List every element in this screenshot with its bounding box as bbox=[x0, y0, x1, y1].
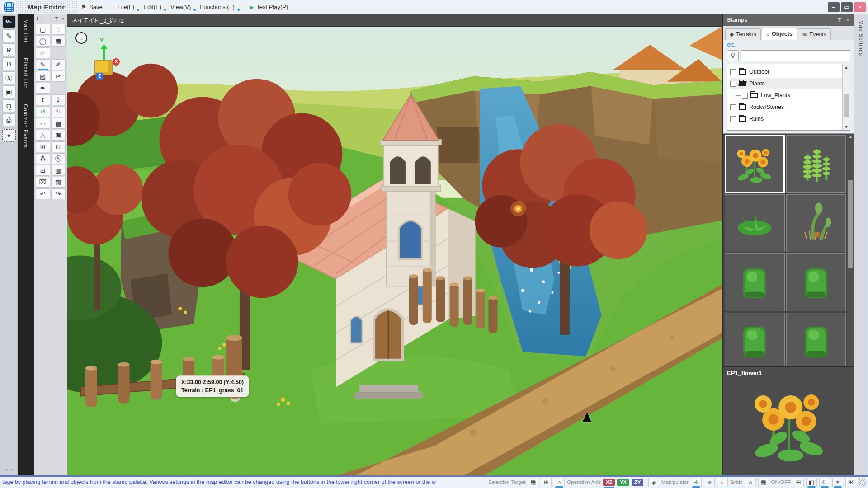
grid-icon[interactable]: ▦ bbox=[758, 478, 769, 487]
menu-file[interactable]: File(F) bbox=[113, 2, 139, 12]
checkbox[interactable] bbox=[730, 81, 736, 87]
tool-brush[interactable]: ✐ bbox=[51, 59, 66, 70]
checkbox[interactable] bbox=[730, 69, 736, 75]
viewport[interactable]: ネイテイ村_2_途中2 bbox=[67, 14, 723, 475]
tool-lasso-select[interactable]: ◯ bbox=[36, 36, 50, 47]
tool-ramp[interactable]: △ bbox=[36, 130, 50, 141]
invader-icon[interactable]: Ж bbox=[845, 478, 856, 487]
tool-slope[interactable]: ▱ bbox=[36, 118, 50, 129]
tool-redo[interactable]: ↷ bbox=[51, 188, 66, 199]
tool-poly-select[interactable]: ◌ bbox=[51, 24, 66, 35]
tool-paste[interactable]: ▧ bbox=[51, 177, 66, 188]
tool-undo[interactable]: ↶ bbox=[36, 188, 50, 199]
stamp-grid-scrollbar[interactable]: ▲ bbox=[847, 134, 854, 366]
resize-grip[interactable] bbox=[859, 479, 866, 486]
tool-rect-select[interactable]: ▢ bbox=[36, 24, 50, 35]
tree-item-low-plants[interactable]: Low_Plants bbox=[730, 89, 842, 101]
scroll-thumb[interactable] bbox=[844, 94, 849, 117]
checkbox[interactable] bbox=[742, 93, 748, 99]
test-play-button[interactable]: ▶ Test Play(P) bbox=[245, 2, 292, 12]
scroll-up-icon[interactable]: ▲ bbox=[849, 134, 853, 140]
night-lighting-icon[interactable]: ☾ bbox=[819, 478, 830, 487]
snap-magnet-icon[interactable]: ∩ bbox=[745, 478, 756, 487]
tool-rotate-cw[interactable]: ↻ bbox=[51, 106, 66, 117]
scroll-left-button[interactable]: ‹ bbox=[6, 467, 7, 473]
menu-edit[interactable]: Edit(E) bbox=[139, 2, 166, 12]
tool-pencil[interactable]: ✎ bbox=[36, 59, 50, 70]
grid-type-icon[interactable]: ⊞ bbox=[793, 478, 804, 487]
stamp-cell-yellow-flower-cluster[interactable] bbox=[725, 135, 785, 193]
axis-gizmo[interactable]: Y X Z bbox=[87, 45, 125, 86]
box-mode-icon[interactable]: ◈ bbox=[648, 478, 659, 487]
select-terrain-icon[interactable]: ▦ bbox=[528, 478, 538, 487]
tool-delete[interactable]: ⌧ bbox=[36, 177, 50, 188]
scroll-down-icon[interactable]: ▼ bbox=[844, 124, 849, 130]
close-icon[interactable]: × bbox=[845, 17, 850, 23]
filter-icon[interactable]: ∇ bbox=[727, 50, 739, 61]
effects-icon[interactable]: ✶ bbox=[832, 478, 843, 487]
tool-box-stamp[interactable]: ▣ bbox=[51, 130, 66, 141]
tab-events[interactable]: ✉ Events bbox=[798, 28, 831, 40]
scroll-right-button[interactable]: › bbox=[11, 467, 12, 473]
sprites-icon[interactable]: Ⓢ bbox=[2, 71, 16, 84]
axis-yx-button[interactable]: YX bbox=[617, 479, 629, 486]
terrain-visibility-icon[interactable]: ◧ bbox=[806, 478, 817, 487]
scale-manipulator-icon[interactable]: ↔ bbox=[717, 478, 728, 487]
tool-page[interactable]: ⊡ bbox=[36, 165, 50, 176]
stamp-cell-green-bush[interactable] bbox=[725, 253, 785, 311]
tree-scrollbar[interactable]: ▲ ▼ bbox=[842, 64, 850, 130]
camera-search-icon[interactable]: Q bbox=[2, 99, 16, 112]
scene-area[interactable]: ≡ Y X Z X:33.00 Z:59.00 (Y:4.50) Terrain… bbox=[67, 27, 722, 475]
pin-icon[interactable]: ⊤ bbox=[836, 17, 843, 23]
tool-copy-stamp[interactable]: ⊞ bbox=[36, 141, 50, 152]
stamp-cell-green-bush[interactable] bbox=[725, 313, 785, 366]
tab-common-events[interactable]: Common Events bbox=[23, 102, 28, 150]
tree-item-plants[interactable]: Plants bbox=[730, 78, 842, 89]
stamp-cell-green-bush[interactable] bbox=[786, 313, 846, 366]
rotate-manipulator-icon[interactable]: ⊕ bbox=[704, 478, 715, 487]
export-icon[interactable]: ⎙ bbox=[2, 113, 16, 126]
display-icon[interactable]: ▣ bbox=[2, 85, 16, 98]
tool-bundle[interactable]: ▥ bbox=[51, 165, 66, 176]
tab-terrains[interactable]: ◆ Terrains bbox=[725, 28, 761, 40]
tool-terrain-picker[interactable]: ✒ bbox=[36, 83, 50, 94]
resources-icon[interactable]: R bbox=[2, 43, 16, 56]
axis-xz-button[interactable]: XZ bbox=[603, 479, 615, 486]
database-icon[interactable]: D bbox=[2, 57, 16, 70]
stamp-cell-green-seed-stalks[interactable] bbox=[786, 135, 846, 193]
tree-item-ruins[interactable]: Ruins bbox=[730, 113, 842, 125]
tool-scatter[interactable]: ⁂ bbox=[36, 153, 50, 164]
tool-special-stamp[interactable]: Ⓢ bbox=[51, 153, 66, 164]
tool-lower-terrain[interactable]: ↧ bbox=[51, 94, 66, 105]
save-button[interactable]: ⚑ Save bbox=[77, 2, 107, 12]
tree-item-outdoor[interactable]: Outdoor bbox=[730, 66, 842, 78]
tree-item-rocks-stones[interactable]: Rocks/Stones bbox=[730, 101, 842, 113]
close-icon[interactable]: × bbox=[61, 16, 65, 21]
bakin-logo-icon[interactable]: M▸ bbox=[2, 15, 16, 28]
scroll-up-icon[interactable]: ▲ bbox=[844, 64, 849, 70]
map-edit-icon[interactable]: ✎ bbox=[2, 29, 16, 42]
menu-view[interactable]: View(V) bbox=[166, 2, 195, 12]
tab-placed-list[interactable]: Placed List bbox=[23, 56, 28, 90]
pin-icon[interactable]: ⊤ bbox=[53, 16, 59, 21]
tool-rotate-ccw[interactable]: ↺ bbox=[36, 106, 50, 117]
checkbox[interactable] bbox=[730, 104, 736, 110]
tab-objects[interactable]: ⌂ Objects bbox=[762, 28, 797, 40]
tool-cut[interactable]: ✂ bbox=[51, 71, 66, 82]
select-objects-icon[interactable]: ⊞ bbox=[541, 478, 552, 487]
map-tab-title[interactable]: ネイテイ村_2_途中2 bbox=[72, 16, 124, 24]
tool-eraser[interactable]: ▨ bbox=[36, 71, 50, 82]
restore-button[interactable]: ▭ bbox=[841, 2, 853, 12]
axis-zy-button[interactable]: ZY bbox=[632, 479, 643, 486]
select-buildings-icon[interactable]: ⌂ bbox=[554, 478, 565, 487]
scroll-thumb[interactable] bbox=[848, 180, 853, 268]
tool-flatten[interactable]: ▤ bbox=[51, 118, 66, 129]
tool-fill-select[interactable]: ▦ bbox=[51, 36, 66, 47]
walk-test-icon[interactable]: ✦ bbox=[2, 129, 16, 142]
etc-link[interactable]: etc. bbox=[727, 42, 736, 48]
move-manipulator-icon[interactable]: ✛ bbox=[691, 478, 702, 487]
checkbox[interactable] bbox=[730, 116, 736, 122]
tool-cut-stamp[interactable]: ⊟ bbox=[51, 141, 66, 152]
stamp-cell-leafy-rosette[interactable] bbox=[725, 194, 785, 252]
close-button[interactable]: × bbox=[854, 2, 866, 12]
